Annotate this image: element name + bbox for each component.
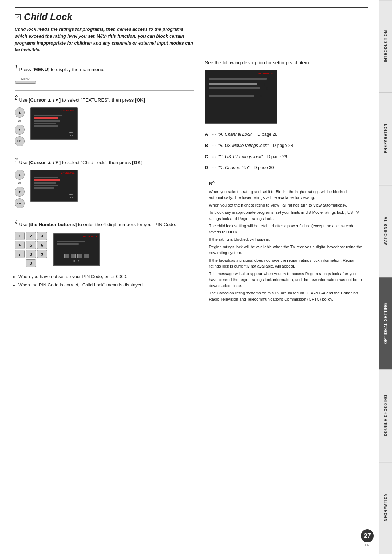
- num-3: 3: [37, 232, 47, 240]
- step-3-tv-screen: MAGNAVOX On Home: [30, 170, 78, 202]
- magnavox-logo-3: MAGNAVOX: [61, 172, 75, 174]
- tab-double-choosing[interactable]: DOUBLE CHOOSING: [379, 369, 392, 461]
- cursor-up-button: ▲: [15, 107, 25, 118]
- home-label-3: Home: [68, 194, 73, 196]
- num-4: 4: [15, 241, 25, 249]
- step-2-header: 2 Use [Cursor ▲ /▼] to select "FEATURES"…: [15, 94, 194, 104]
- step-2-content: ▲ or ▼ OK MAGNAVOX: [15, 107, 194, 146]
- diag-page-d: D page 30: [254, 165, 274, 171]
- right-column: See the following description for settin…: [205, 60, 368, 305]
- step-1-section: 1 Press [MENU] to display the main menu.…: [15, 60, 194, 84]
- bullet-list: When you have not set up your PIN Code, …: [15, 274, 194, 288]
- two-column-layout: 1 Press [MENU] to display the main menu.…: [15, 60, 368, 305]
- diag-label-a-row: A ··· "A. Channel Lock" D page 28: [205, 131, 368, 138]
- num-0: 0: [26, 259, 36, 267]
- note-para-5: If the rating is blocked, will appear.: [209, 236, 364, 243]
- page-number-area: 27 EN: [361, 529, 374, 547]
- cursor-down-button-3: ▼: [15, 187, 25, 197]
- num-1: 1: [15, 232, 25, 240]
- step-4-header: 4 Use [the Number buttons] to enter the …: [15, 218, 194, 228]
- bullet-2: When the PIN Code is correct, "Child Loc…: [18, 282, 194, 289]
- note-para-3: To block any inappropriate programs, set…: [209, 209, 364, 221]
- label-d: D: [260, 94, 262, 98]
- num-6: 6: [37, 241, 47, 249]
- main-content: ✓ Child Lock Child lock reads the rating…: [0, 0, 379, 320]
- bottom-icons: ⊞ ●: [73, 259, 80, 262]
- page-title-area: ✓ Child Lock: [15, 11, 368, 23]
- ok-button-2: OK: [15, 136, 25, 146]
- top-rule: [15, 7, 368, 8]
- label-c: C: [266, 87, 269, 90]
- step-4-content: 1 2 3 4 5 6 7 8 9 0: [15, 232, 194, 267]
- diag-key-b: B: [205, 143, 210, 149]
- diagram-area: MAGNAVOX A B C: [205, 70, 368, 124]
- or-label-2: or: [18, 119, 21, 123]
- diag-page-c: D page 29: [267, 154, 287, 160]
- diag-label-d-row: D ··· "D. Change Pin" D page 30: [205, 165, 368, 171]
- diag-label-b-row: B ··· "B. US Movie ratings lock" D page …: [205, 143, 368, 149]
- step-3-header: 3 Use [Cursor ▲ /▼] to select "Child Loc…: [15, 156, 194, 166]
- home-label-2: Home: [68, 131, 73, 134]
- num-2: 2: [26, 232, 36, 240]
- tab-optional-setting[interactable]: OPTIONAL SETTING: [379, 277, 392, 369]
- step-3-content: ▲ or ▼ OK MAGNAVOX: [15, 170, 194, 208]
- diag-text-c: "C. US TV ratings lock": [218, 154, 262, 160]
- label-a: A: [272, 77, 275, 81]
- menu-button: [15, 81, 36, 84]
- note-para-7: If the broadcasting signal does not have…: [209, 257, 364, 269]
- diag-key-d: D: [205, 165, 210, 171]
- note-para-1: When you select a rating and set it to B…: [209, 189, 364, 201]
- side-tab-bar: INTRODUCTION PREPARATION WATCHING TV OPT…: [379, 0, 392, 554]
- diag-key-c: C: [205, 154, 210, 160]
- step-3-number: 3: [15, 157, 18, 163]
- step-4-number: 4: [15, 219, 18, 225]
- left-column: 1 Press [MENU] to display the main menu.…: [15, 60, 194, 305]
- bullet-1: When you have not set up your PIN Code, …: [18, 274, 194, 280]
- intro-paragraph: Child lock reads the ratings for program…: [15, 26, 196, 53]
- menu-lines-4: [57, 241, 97, 246]
- diag-key-a: A: [205, 131, 210, 138]
- cursor-down-button: ▼: [15, 125, 25, 135]
- step-2-tv-screen: MAGNAVOX On Home: [30, 107, 78, 140]
- page-number: 27: [361, 529, 374, 542]
- step-3-remote: ▲ or ▼ OK: [15, 170, 25, 208]
- magnavox-logo-diag: MAGNAVOX: [258, 72, 274, 75]
- note-para-4: The child lock setting will be retained …: [209, 223, 364, 235]
- tab-preparation[interactable]: PREPARATION: [379, 92, 392, 184]
- num-7: 7: [15, 250, 25, 258]
- or-label-3: or: [18, 181, 21, 185]
- pin-boxes: [64, 254, 89, 258]
- checkmark-icon: ✓: [15, 14, 21, 20]
- step-2-section: 2 Use [Cursor ▲ /▼] to select "FEATURES"…: [15, 90, 194, 146]
- magnavox-logo-2: MAGNAVOX: [61, 110, 75, 112]
- on-label-3: On: [70, 196, 73, 199]
- tab-watching-tv[interactable]: WATCHING TV: [379, 185, 392, 277]
- cursor-up-button-3: ▲: [15, 170, 25, 180]
- diag-text-a: "A. Channel Lock": [218, 131, 253, 138]
- tab-information[interactable]: INFORMATION: [379, 462, 392, 554]
- page-lang: EN: [365, 543, 370, 547]
- menu-lines-3: [34, 177, 74, 190]
- ok-button-3: OK: [15, 198, 25, 208]
- number-grid: 1 2 3 4 5 6 7 8 9: [15, 232, 47, 258]
- diagram-labels: A ··· "A. Channel Lock" D page 28 B ··· …: [205, 131, 368, 171]
- note-para-8: This message will also appear when you t…: [209, 271, 364, 289]
- on-label-2: On: [70, 134, 73, 137]
- step-2-number: 2: [15, 95, 18, 101]
- note-title: No: [209, 179, 364, 187]
- label-b: B: [263, 83, 265, 86]
- tab-introduction[interactable]: INTRODUCTION: [379, 0, 392, 92]
- note-para-2: When you set the highest rating to View …: [209, 202, 364, 208]
- diag-page-b: D page 28: [273, 143, 293, 149]
- diagram-lines: A B C D: [209, 78, 273, 98]
- number-pad: 1 2 3 4 5 6 7 8 9 0: [15, 232, 47, 267]
- step-1-header: 1 Press [MENU] to display the main menu.: [15, 63, 194, 73]
- tv-diagram: MAGNAVOX A B C: [205, 70, 277, 124]
- num-9: 9: [37, 250, 47, 258]
- step-4-tv-screen: MAGNAVOX: [53, 233, 100, 266]
- diag-text-d: "D. Change Pin": [218, 165, 249, 171]
- step-3-section: 3 Use [Cursor ▲ /▼] to select "Child Loc…: [15, 153, 194, 209]
- diag-label-c-row: C ··· "C. US TV ratings lock" D page 29: [205, 154, 368, 160]
- menu-label: MENU: [15, 77, 36, 80]
- step-1-buttons: MENU: [15, 77, 36, 84]
